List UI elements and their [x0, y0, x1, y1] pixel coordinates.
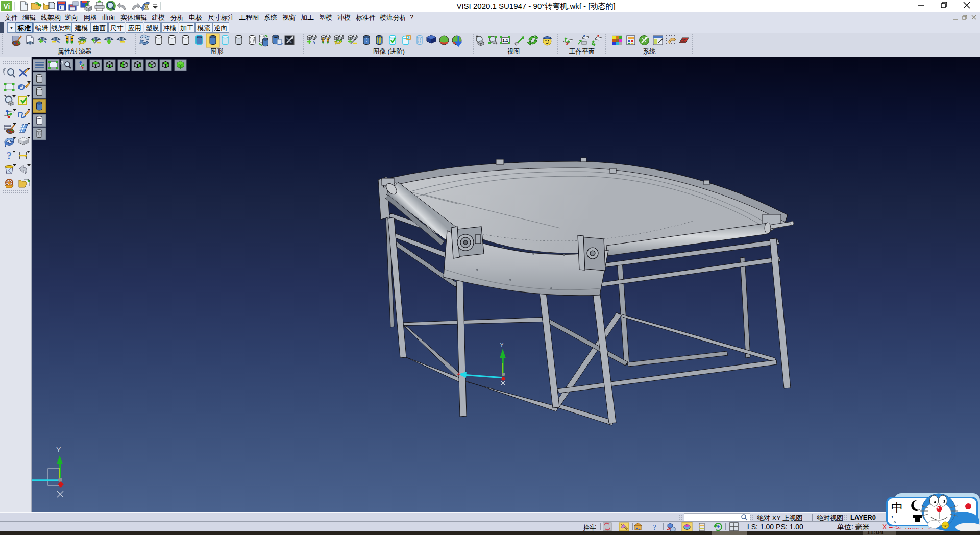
svg-text:中: 中: [891, 501, 903, 514]
svg-text:’。: ’。: [891, 515, 902, 524]
svg-text:属性/过滤器: 属性/过滤器: [58, 48, 91, 55]
svg-text:?: ?: [653, 523, 657, 531]
svg-text:Y: Y: [56, 446, 61, 454]
svg-text:?: ?: [7, 150, 12, 161]
svg-text:视图: 视图: [507, 48, 520, 55]
svg-text:Y: Y: [500, 342, 504, 349]
svg-text:Vi: Vi: [4, 2, 10, 10]
svg-text:1:1: 1:1: [502, 38, 508, 43]
svg-text:工作平面: 工作平面: [569, 48, 595, 55]
svg-text:系统: 系统: [643, 48, 656, 55]
svg-text:图形: 图形: [211, 48, 224, 55]
svg-text:图像 (进阶): 图像 (进阶): [373, 48, 405, 55]
svg-text:Z: Z: [457, 371, 460, 376]
